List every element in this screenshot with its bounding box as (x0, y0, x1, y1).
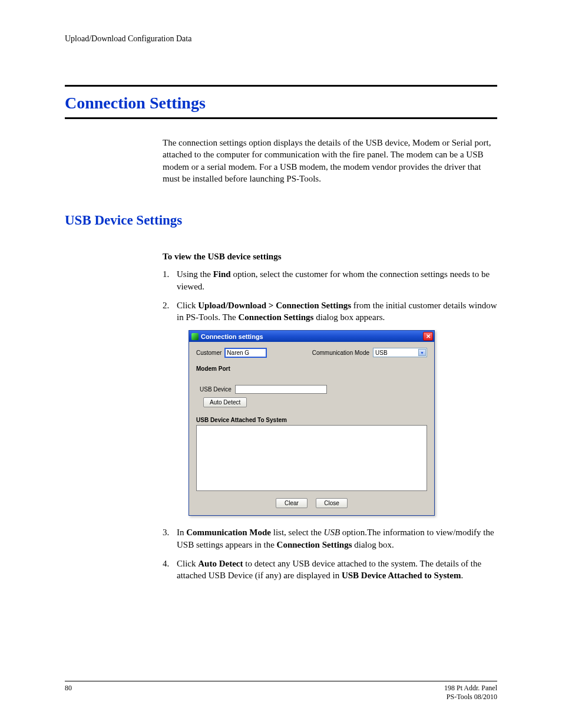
text-bold: USB Device Attached to System (342, 571, 461, 580)
text-bold: Upload/Download > Connection Settings (198, 301, 351, 310)
attached-label: USB Device Attached To System (196, 417, 427, 423)
text-bold: Find (213, 269, 231, 279)
step-number: 3. (163, 526, 177, 551)
row-usb-device: USB Device (200, 385, 427, 394)
text-frag: In (177, 528, 186, 537)
dialog-screenshot: Connection settings ✕ Customer Communica… (189, 330, 435, 516)
step-number: 2. (163, 299, 177, 324)
close-icon[interactable]: ✕ (423, 332, 433, 341)
footer-right: 198 Pt Addr. Panel PS-Tools 08/2010 (444, 684, 497, 701)
step-text: Click Upload/Download > Connection Setti… (177, 299, 497, 324)
footer-date: PS-Tools 08/2010 (447, 693, 497, 701)
comm-mode-label: Communication Mode (312, 350, 369, 356)
step-number: 1. (163, 268, 177, 292)
text-frag: dialog box. (352, 540, 394, 549)
footer-rule (65, 681, 497, 681)
titlebar-left: Connection settings (191, 333, 263, 340)
auto-detect-row: Auto Detect (203, 397, 427, 407)
text-frag: dialog box appears. (313, 312, 385, 322)
text-frag: Click (177, 559, 198, 568)
customer-input[interactable] (225, 348, 266, 357)
step-2: 2. Click Upload/Download > Connection Se… (163, 299, 497, 324)
page-number: 80 (65, 684, 72, 701)
text-frag: . (461, 571, 463, 580)
page-footer: 80 198 Pt Addr. Panel PS-Tools 08/2010 (65, 681, 497, 701)
text-bold: Communication Mode (186, 528, 271, 537)
footer-product: 198 Pt Addr. Panel (444, 684, 497, 692)
clear-button[interactable]: Clear (276, 498, 308, 508)
row-customer-comm: Customer Communication Mode USB ▼ (196, 348, 427, 357)
intro-paragraph: The connection settings option displays … (163, 137, 497, 185)
procedure-list-cont: 3. In Communication Mode list, select th… (163, 526, 497, 581)
section-title: Connection Settings (65, 94, 497, 113)
app-icon (191, 333, 199, 340)
text-bold: Connection Settings (239, 312, 314, 322)
step-1: 1. Using the Find option, select the cus… (163, 268, 497, 292)
step-number: 4. (163, 558, 177, 582)
rule-under-title (65, 117, 497, 119)
comm-mode-value: USB (375, 350, 388, 356)
procedure-lead: To view the USB device settings (163, 251, 497, 262)
usb-device-field[interactable] (235, 385, 327, 394)
auto-detect-button[interactable]: Auto Detect (203, 397, 247, 407)
dialog-body: Customer Communication Mode USB ▼ Modem … (189, 342, 434, 515)
step-4: 4. Click Auto Detect to detect any USB d… (163, 558, 497, 582)
subsection-title: USB Device Settings (65, 213, 497, 228)
customer-label: Customer (196, 350, 222, 356)
dialog-window: Connection settings ✕ Customer Communica… (189, 330, 435, 516)
chevron-down-icon: ▼ (418, 349, 426, 356)
comm-mode-select[interactable]: USB ▼ (373, 348, 427, 357)
text-bold: Auto Detect (198, 559, 243, 568)
dialog-button-row: Clear Close (196, 498, 427, 508)
dialog-titlebar: Connection settings ✕ (189, 331, 434, 342)
step-3: 3. In Communication Mode list, select th… (163, 526, 497, 551)
rule-top (65, 85, 497, 87)
text-frag: Using the (177, 269, 213, 279)
step-text: Click Auto Detect to detect any USB devi… (177, 558, 497, 582)
modem-port-label: Modem Port (196, 365, 427, 372)
step-text: In Communication Mode list, select the U… (177, 526, 497, 551)
usb-device-label: USB Device (200, 386, 232, 393)
running-header: Upload/Download Configuration Data (65, 34, 497, 44)
dialog-title: Connection settings (201, 333, 263, 340)
text-frag: Click (177, 301, 198, 310)
close-button[interactable]: Close (316, 498, 348, 508)
step-text: Using the Find option, select the custom… (177, 268, 497, 292)
text-frag: list, select the (271, 528, 324, 537)
text-italic: USB (324, 528, 340, 537)
usb-attached-listbox[interactable] (196, 425, 427, 491)
procedure-list: 1. Using the Find option, select the cus… (163, 268, 497, 323)
text-bold: Connection Settings (277, 540, 352, 549)
